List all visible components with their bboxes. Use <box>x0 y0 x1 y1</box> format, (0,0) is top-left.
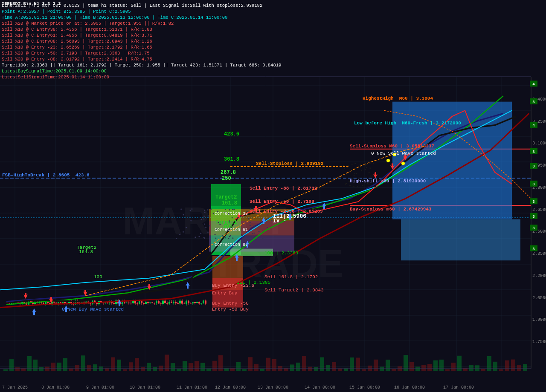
chart-canvas <box>0 0 546 392</box>
chart-container: XRPUSDT-Bin,H1 3 3 3 3 <box>0 0 546 392</box>
